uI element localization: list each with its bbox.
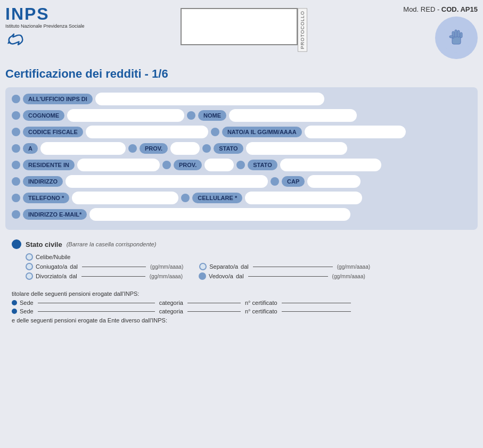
option-vedovo[interactable]: Vedovo/a dal (gg/mm/aaaa): [199, 272, 365, 280]
bullet-ufficio: [12, 95, 20, 103]
logo-area: INPS Istituto Nazionale Previdenza Socia…: [5, 5, 85, 47]
label-indirizzo: INDIRIZZO: [23, 176, 63, 187]
pension-row-2: Sede categoria n° certificato: [12, 308, 471, 314]
label-cellulare: CELLULARE *: [192, 193, 242, 203]
bullet-nato: [211, 128, 219, 136]
label-cf: CODICE FISCALE: [23, 127, 83, 137]
label-celibe: Celibe/Nubile: [36, 254, 70, 260]
pension-sede-line-2: [38, 311, 155, 312]
civil-subtitle: (Barrare la casella corrispondente): [67, 241, 157, 247]
civil-title: Stato civile: [26, 240, 62, 248]
date-hint-coniugato: (gg/mm/aaaa): [150, 264, 183, 270]
form-container: ALL'UFFICIO INPS DI COGNOME NOME CODICE …: [5, 87, 478, 230]
input-telefono[interactable]: [72, 192, 178, 204]
input-ufficio[interactable]: [95, 93, 324, 105]
label-a: A: [23, 143, 38, 154]
civil-row-3: Divorziato/a dal (gg/mm/aaaa) Vedovo/a d…: [26, 272, 471, 280]
header-right: Mod. RED - COD. AP15: [403, 5, 478, 59]
label-dal-vedovo: dal: [236, 273, 244, 279]
label-cognome: COGNOME: [23, 110, 64, 121]
bullet-telefono: [12, 194, 20, 202]
date-hint-separato: (gg/mm/aaaa): [337, 264, 370, 270]
radio-coniugato[interactable]: [26, 263, 33, 270]
radio-celibe[interactable]: [26, 253, 33, 261]
header: INPS Istituto Nazionale Previdenza Socia…: [5, 5, 478, 59]
pension-section: titolare delle seguenti pensioni erogate…: [5, 291, 478, 314]
input-nato[interactable]: [305, 126, 406, 138]
pension-row-1: Sede categoria n° certificato: [12, 300, 471, 306]
label-dal-separato: dal: [241, 263, 249, 270]
civil-options: Celibe/Nubile Coniugato/a dal (gg/mm/aaa…: [26, 253, 471, 280]
input-prov2[interactable]: [204, 159, 234, 171]
input-cellulare[interactable]: [245, 192, 362, 204]
input-email[interactable]: [89, 208, 350, 221]
bullet-cellulare: [181, 194, 190, 202]
pension-cat-label-1: categoria: [159, 300, 183, 306]
civil-row-2: Coniugato/a dal (gg/mm/aaaa) Separato/a …: [26, 263, 471, 270]
page-title: Certificazione dei redditi - 1/6: [5, 67, 478, 81]
pension-bullet-1: [12, 300, 17, 305]
hand-icon-circle: [435, 16, 478, 59]
hand-icon: [440, 22, 472, 54]
input-indirizzo[interactable]: [66, 175, 268, 188]
pension-cat-line-2: [187, 311, 241, 312]
label-prov1: PROV.: [140, 143, 168, 154]
row-indirizzo: INDIRIZZO CAP: [12, 175, 471, 188]
protocol-area: PROTOCOLLO: [181, 8, 307, 52]
label-dal-divorziato: dal: [69, 273, 77, 279]
input-residente[interactable]: [77, 159, 160, 171]
label-nato: NATO/A IL GG/MM/AAAA: [222, 127, 302, 137]
pension-sede-label-2: Sede: [20, 308, 34, 314]
label-email: INDIRIZZO E-MAIL*: [23, 209, 87, 220]
label-stato2: STATO: [248, 160, 277, 170]
pension-cert-label-2: n° certificato: [245, 308, 277, 314]
line-separato: [253, 267, 333, 267]
mod-title: Mod. RED - COD. AP15: [403, 5, 478, 13]
pension-cat-line-1: [187, 303, 241, 303]
bullet-cognome: [12, 111, 20, 120]
row-cf-nato: CODICE FISCALE NATO/A IL GG/MM/AAAA: [12, 126, 471, 138]
pension-cert-line-2: [282, 311, 351, 312]
input-cf[interactable]: [86, 126, 208, 138]
bullet-cf: [12, 128, 20, 136]
option-celibe[interactable]: Celibe/Nubile: [26, 253, 70, 261]
bullet-email: [12, 210, 20, 219]
inps-logo: INPS: [5, 5, 50, 22]
input-stato1[interactable]: [246, 142, 347, 155]
line-coniugato: [82, 267, 146, 267]
pension-bullet-2: [12, 309, 17, 314]
input-cap[interactable]: [307, 175, 361, 188]
footer-text: e delle seguenti pensioni erogate da Ent…: [5, 317, 478, 323]
logo-subtitle: Istituto Nazionale Previdenza Sociale: [5, 23, 85, 29]
radio-divorziato[interactable]: [26, 272, 33, 280]
row-email: INDIRIZZO E-MAIL*: [12, 208, 471, 221]
svg-rect-4: [457, 30, 460, 37]
label-cap: CAP: [282, 176, 305, 187]
label-ufficio: ALL'UFFICIO INPS DI: [23, 94, 93, 104]
input-a[interactable]: [40, 142, 126, 155]
input-nome[interactable]: [229, 109, 357, 122]
input-prov1[interactable]: [170, 142, 200, 155]
civil-title-row: Stato civile (Barrare la casella corrisp…: [12, 239, 471, 249]
date-hint-vedovo: (gg/mm/aaaa): [332, 273, 365, 279]
option-coniugato[interactable]: Coniugato/a dal (gg/mm/aaaa): [26, 263, 183, 270]
pension-sede-line-1: [38, 303, 155, 303]
svg-rect-3: [455, 30, 457, 37]
option-separato[interactable]: Separato/a dal (gg/mm/aaaa): [199, 263, 370, 270]
pension-title: titolare delle seguenti pensioni erogate…: [12, 291, 471, 297]
row-a-prov-stato: A PROV. STATO: [12, 142, 471, 155]
civil-row-1: Celibe/Nubile: [26, 253, 471, 261]
bullet-prov2: [162, 161, 171, 169]
bullet-stato2: [236, 161, 245, 169]
input-stato2[interactable]: [280, 159, 381, 171]
input-cognome[interactable]: [67, 109, 184, 122]
radio-vedovo[interactable]: [199, 272, 206, 280]
svg-rect-6: [449, 36, 453, 38]
option-divorziato[interactable]: Divorziato/a dal (gg/mm/aaaa): [26, 272, 183, 280]
label-prov2: PROV.: [174, 160, 202, 170]
pension-cert-label-1: n° certificato: [245, 300, 277, 306]
label-separato: Separato/a: [209, 263, 238, 270]
row-cognome-nome: COGNOME NOME: [12, 109, 471, 122]
row-residente: RESIDENTE IN PROV. STATO: [12, 159, 471, 171]
radio-separato[interactable]: [199, 263, 207, 270]
